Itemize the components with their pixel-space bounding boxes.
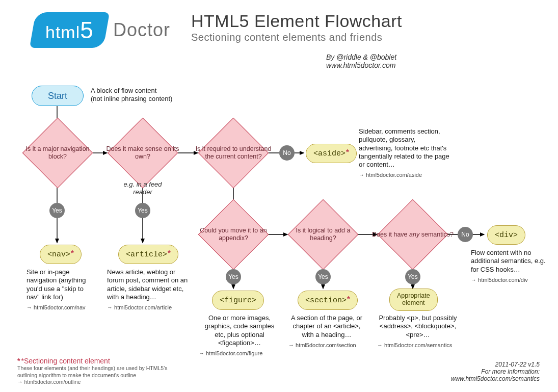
logo-doctor: Doctor <box>113 19 170 41</box>
decision-required: Is it required to understand the current… <box>190 127 277 178</box>
decision-own: Does it make sense on its own? <box>99 127 186 178</box>
ann-section: A section of the page, or chapter of an … <box>288 314 365 349</box>
ann-nav: Site or in-page navigation (anything you… <box>26 268 98 311</box>
start-annotation: A block of flow content (not inline phra… <box>91 87 172 103</box>
decision-nav: Is it a major navigation block? <box>14 127 101 178</box>
ann-aside: Sidebar, comments section, pullquote, gl… <box>359 127 450 179</box>
start-node: Start <box>32 86 84 106</box>
badge-yes: Yes <box>405 269 420 284</box>
term-article: <article>* <box>118 245 178 264</box>
badge-yes: Yes <box>226 269 241 284</box>
footer-info: 2011-07-22 v1.5 For more information: ww… <box>451 361 540 382</box>
term-div: <div> <box>487 225 525 245</box>
feed-reader-note: e.g. in a feed reader <box>117 180 168 196</box>
decision-heading: Is it logical to add a heading? <box>280 209 366 260</box>
ann-article: News article, weblog or forum post, comm… <box>107 268 189 311</box>
ann-div: Flow content with no additional semantic… <box>471 249 552 284</box>
term-section: <section>* <box>298 291 358 310</box>
term-aside: <aside>* <box>306 144 357 163</box>
decision-appendix: Could you move it to an appendix? <box>190 209 277 260</box>
badge-no: No <box>279 145 295 161</box>
term-appropriate: Appropriate element <box>389 289 438 311</box>
ann-figure: One or more images, graphics, code sampl… <box>199 314 280 357</box>
badge-no: No <box>458 227 473 242</box>
badge-yes: Yes <box>135 203 150 218</box>
byline: By @riddle & @boblet www.html5doctor.com <box>326 53 396 69</box>
page-subtitle: Sectioning content elements and friends <box>191 32 382 43</box>
footer-key: **Sectioning content element These four … <box>17 357 185 386</box>
ann-semantics: Probably <p>, but possibly <address>, <b… <box>377 314 459 349</box>
term-figure: <figure> <box>212 291 264 310</box>
logo-badge: html5 <box>30 12 110 48</box>
term-nav: <nav>* <box>40 245 82 264</box>
decision-semantics: Does it have any semantics? <box>369 209 456 260</box>
badge-yes: Yes <box>315 269 331 284</box>
page-title: HTML5 Element Flowchart <box>191 11 402 31</box>
badge-yes: Yes <box>49 203 65 218</box>
